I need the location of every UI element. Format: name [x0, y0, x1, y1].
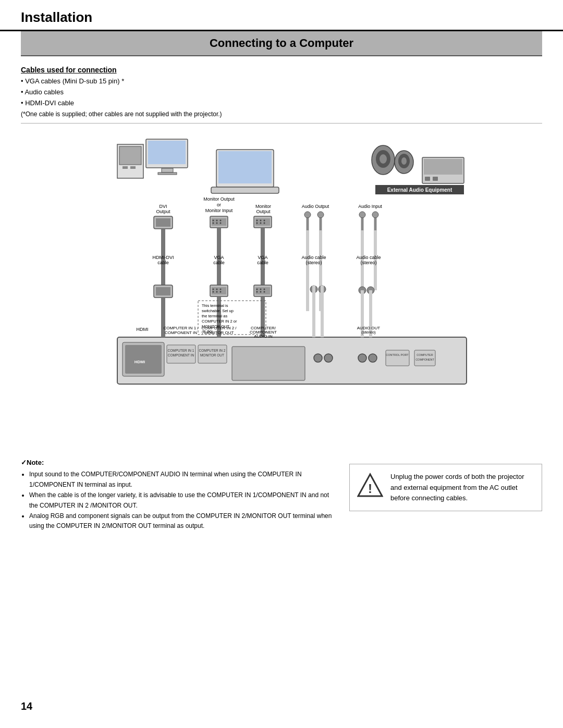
svg-point-58	[372, 212, 378, 218]
svg-text:the terminal as: the terminal as	[202, 314, 227, 318]
svg-text:cable: cable	[257, 260, 268, 265]
svg-rect-19	[424, 159, 462, 175]
svg-text:COMPONENT: COMPONENT	[415, 358, 434, 361]
svg-text:COMPUTER IN 2 or: COMPUTER IN 2 or	[202, 319, 237, 324]
svg-text:COMPUTER IN 1 /: COMPUTER IN 1 /	[163, 326, 199, 330]
svg-text:Audio cable: Audio cable	[356, 255, 381, 260]
cables-heading: Cables used for connection	[21, 66, 542, 74]
svg-point-115	[358, 354, 366, 362]
cables-list: • VGA cables (Mini D-sub 15 pin) * • Aud…	[21, 76, 542, 108]
svg-point-92	[260, 291, 262, 293]
svg-text:COMPUTER: COMPUTER	[417, 353, 433, 356]
warning-text: Unplug the power cords of both the proje…	[390, 472, 534, 503]
svg-text:!: !	[368, 482, 372, 496]
svg-point-88	[256, 289, 258, 290]
svg-point-116	[369, 354, 377, 362]
warning-icon: !	[357, 472, 383, 503]
page-number: 14	[21, 700, 32, 712]
svg-text:DVI: DVI	[159, 204, 167, 209]
svg-point-114	[324, 354, 333, 362]
svg-rect-44	[255, 218, 270, 226]
svg-text:COMPONENT IN: COMPONENT IN	[168, 353, 194, 357]
svg-rect-2	[119, 146, 141, 165]
svg-text:Monitor Output: Monitor Output	[203, 196, 235, 202]
svg-text:COMPONENT IN: COMPONENT IN	[165, 330, 197, 335]
svg-point-45	[256, 220, 258, 221]
svg-point-46	[260, 220, 262, 221]
svg-rect-3	[123, 166, 128, 169]
note-item-1: Input sound to the COMPUTER/COMPONENT AU…	[29, 470, 334, 490]
svg-point-80	[213, 289, 214, 290]
svg-point-50	[264, 223, 265, 224]
svg-text:(stereo): (stereo)	[305, 260, 322, 265]
cable-item-3: • HDMI-DVI cable	[21, 98, 542, 109]
section-title: Connecting to a Computer	[210, 36, 353, 50]
svg-rect-7	[162, 168, 173, 172]
svg-text:CONTROL PORT: CONTROL PORT	[386, 353, 409, 356]
warning-triangle-icon: !	[357, 472, 383, 498]
cable-item-2: • Audio cables	[21, 87, 542, 98]
svg-point-54	[317, 212, 324, 218]
svg-rect-20	[425, 177, 430, 181]
svg-point-52	[304, 212, 311, 218]
svg-text:HDMI-DVI: HDMI-DVI	[153, 255, 174, 260]
svg-text:(stereo): (stereo)	[361, 330, 376, 335]
svg-point-38	[216, 220, 218, 221]
svg-text:Output: Output	[256, 209, 271, 214]
svg-rect-36	[212, 218, 226, 226]
svg-text:VGA: VGA	[258, 255, 267, 260]
svg-point-41	[216, 223, 218, 224]
svg-text:Output: Output	[156, 209, 170, 214]
svg-rect-117	[386, 350, 409, 366]
svg-rect-4	[130, 166, 136, 169]
diagram-area: External Audio Equipment DVI Output Moni…	[21, 129, 542, 433]
svg-point-56	[359, 212, 365, 218]
page-header: Installation	[0, 0, 563, 31]
svg-rect-112	[232, 347, 305, 380]
svg-text:cable: cable	[157, 260, 169, 265]
svg-point-89	[260, 289, 262, 290]
content-area: Cables used for connection • VGA cables …	[0, 56, 563, 453]
diagram-svg-wrap: External Audio Equipment DVI Output Moni…	[86, 129, 477, 433]
svg-text:Audio Input: Audio Input	[358, 204, 382, 209]
svg-point-84	[216, 291, 218, 293]
svg-text:(P. 50): (P. 50)	[202, 329, 213, 334]
svg-text:Audio Output: Audio Output	[302, 204, 329, 209]
page-title: Installation	[21, 9, 542, 26]
svg-text:VGA: VGA	[214, 255, 224, 260]
svg-point-82	[220, 289, 222, 290]
note-check-mark: ✓	[21, 459, 27, 466]
svg-rect-77	[156, 287, 170, 295]
warning-box: ! Unplug the power cords of both the pro…	[349, 464, 542, 511]
svg-text:HDMI: HDMI	[134, 360, 145, 364]
svg-rect-79	[212, 287, 226, 294]
svg-rect-34	[156, 218, 170, 227]
svg-text:This terminal is: This terminal is	[202, 303, 228, 308]
svg-rect-10	[218, 151, 272, 183]
svg-point-37	[213, 220, 214, 221]
svg-text:Monitor: Monitor	[255, 204, 271, 209]
svg-rect-0	[86, 129, 477, 431]
svg-text:Audio cable: Audio cable	[301, 255, 326, 260]
svg-point-93	[264, 291, 265, 293]
svg-text:or: or	[217, 202, 221, 207]
note-label: Note:	[27, 459, 44, 466]
cable-item-1: • VGA cables (Mini D-sub 15 pin) *	[21, 76, 542, 87]
note-item-3: Analog RGB and component signals can be …	[29, 511, 334, 532]
cables-footnote: (*One cable is supplied; other cables ar…	[21, 110, 542, 124]
svg-point-83	[213, 291, 214, 293]
svg-rect-87	[255, 287, 270, 294]
svg-text:HDMI: HDMI	[137, 327, 149, 332]
svg-point-113	[314, 354, 322, 362]
notes-list: Input sound to the COMPUTER/COMPONENT AU…	[21, 470, 334, 532]
svg-point-42	[220, 223, 222, 224]
svg-point-48	[256, 223, 258, 224]
svg-point-14	[380, 154, 387, 164]
svg-text:MONITOR OUT.: MONITOR OUT.	[202, 324, 230, 329]
connection-diagram: External Audio Equipment DVI Output Moni…	[86, 129, 477, 431]
svg-text:MONITOR OUT: MONITOR OUT	[200, 353, 224, 357]
svg-text:COMPUTER IN 2: COMPUTER IN 2	[199, 349, 226, 352]
note-section: ✓Note: Input sound to the COMPUTER/COMPO…	[21, 459, 334, 532]
svg-point-91	[256, 291, 258, 293]
section-title-bar: Connecting to a Computer	[21, 31, 542, 56]
